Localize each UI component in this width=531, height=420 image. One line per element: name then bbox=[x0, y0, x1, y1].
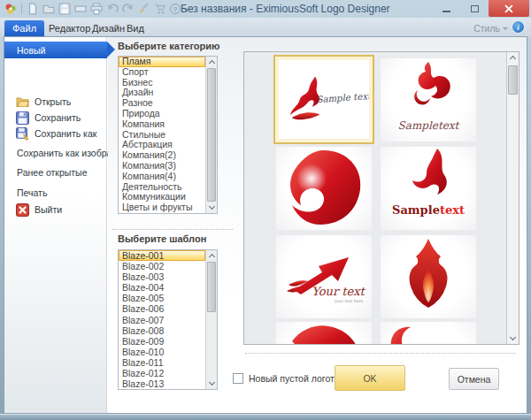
template-item[interactable]: Blaze-009 bbox=[119, 336, 205, 347]
preview-cell-selected[interactable]: Sample text bbox=[273, 55, 374, 144]
maximize-button[interactable] bbox=[460, 0, 489, 17]
preview-text: Sampletext bbox=[398, 119, 460, 132]
template-label: Выберите шаблон bbox=[118, 233, 206, 244]
template-list: Blaze-001Blaze-002Blaze-003Blaze-004Blaz… bbox=[118, 249, 218, 390]
preview-cell[interactable] bbox=[381, 235, 476, 318]
template-item[interactable]: Blaze-004 bbox=[119, 282, 205, 293]
title-bar: Без названия - EximiousSoft Logo Designe… bbox=[0, 0, 531, 18]
template-item[interactable]: Blaze-007 bbox=[119, 315, 205, 325]
preview-cell[interactable] bbox=[276, 147, 372, 230]
menu-item-new[interactable]: Новый bbox=[4, 42, 107, 58]
scroll-down-icon[interactable] bbox=[208, 203, 214, 210]
category-item[interactable]: Пламя bbox=[119, 57, 205, 67]
template-scrollbar[interactable] bbox=[205, 250, 217, 389]
undo-icon[interactable] bbox=[106, 3, 119, 15]
template-item[interactable]: Blaze-001 bbox=[119, 250, 205, 261]
category-item[interactable]: Дизайн bbox=[119, 88, 205, 98]
category-item[interactable]: Компания(2) bbox=[119, 150, 205, 161]
menu-item-open[interactable]: Открыть bbox=[4, 94, 107, 110]
open-folder-icon[interactable] bbox=[42, 3, 55, 15]
template-item[interactable]: Blaze-011 bbox=[119, 357, 205, 368]
category-item[interactable]: Компания(4) bbox=[119, 172, 205, 182]
toolbar-separator bbox=[21, 4, 22, 14]
style-button[interactable]: Стиль bbox=[473, 23, 508, 34]
menu-item-save[interactable]: Сохранить bbox=[4, 110, 107, 126]
category-item[interactable]: Абстракция bbox=[119, 140, 205, 150]
chevron-down-icon bbox=[503, 27, 508, 30]
category-item[interactable]: Цветы и фрукты bbox=[119, 202, 205, 213]
template-item[interactable]: Blaze-008 bbox=[119, 325, 205, 336]
preview-cell[interactable] bbox=[381, 322, 476, 345]
scrollbar-thumb[interactable] bbox=[508, 65, 518, 95]
preview-text: Sample text bbox=[316, 91, 369, 105]
maximize-icon bbox=[471, 5, 479, 12]
blank-logo-checkbox[interactable] bbox=[233, 373, 243, 384]
preview-cell[interactable]: Sampletext bbox=[381, 147, 476, 230]
scroll-down-icon[interactable] bbox=[510, 334, 516, 340]
category-item[interactable]: Коммуникации bbox=[119, 192, 205, 202]
scroll-up-icon[interactable] bbox=[510, 56, 516, 62]
export-icon[interactable] bbox=[74, 3, 87, 15]
category-item[interactable]: Природа bbox=[119, 109, 205, 119]
template-preview-panel: Sample text Sampletext bbox=[243, 51, 519, 345]
new-document-icon[interactable] bbox=[27, 3, 39, 15]
category-item[interactable]: Компания bbox=[119, 119, 205, 130]
template-item[interactable]: Blaze-013 bbox=[119, 378, 205, 389]
tab-file[interactable]: Файл bbox=[4, 20, 44, 37]
category-item[interactable]: Разное bbox=[119, 98, 205, 109]
minimize-icon bbox=[442, 11, 450, 12]
scroll-up-icon[interactable] bbox=[208, 60, 214, 66]
template-item[interactable]: Blaze-010 bbox=[119, 347, 205, 357]
preview-scrollbar[interactable] bbox=[506, 52, 519, 344]
exit-icon bbox=[16, 203, 29, 217]
template-item[interactable]: Blaze-002 bbox=[119, 261, 205, 271]
window-controls bbox=[432, 0, 529, 17]
minimize-button[interactable] bbox=[432, 0, 460, 17]
menu-item-recent[interactable]: Ранее открытые bbox=[4, 164, 107, 180]
template-item[interactable]: Blaze-006 bbox=[119, 303, 205, 314]
app-logo-icon bbox=[4, 3, 17, 15]
preview-cell[interactable]: Sampletext bbox=[381, 58, 476, 141]
preview-cell[interactable] bbox=[276, 322, 372, 345]
menu-item-exit[interactable]: Выйти bbox=[4, 202, 107, 218]
category-item[interactable]: Бизнес bbox=[119, 78, 205, 88]
menu-item-save-as[interactable]: Сохранить как bbox=[4, 126, 107, 141]
template-item[interactable]: Blaze-012 bbox=[119, 368, 205, 378]
brush-icon[interactable] bbox=[138, 3, 150, 15]
new-logo-dialog: Выберите категорию ПламяСпортБизнесДизай… bbox=[108, 37, 527, 413]
scrollbar-thumb[interactable] bbox=[207, 68, 216, 202]
category-item[interactable]: Компания(3) bbox=[119, 161, 205, 172]
scroll-up-icon[interactable] bbox=[208, 254, 214, 260]
category-item[interactable]: Стильные bbox=[119, 130, 205, 141]
file-menu: Новый Открыть Сохранить Сохранить как Со… bbox=[4, 37, 107, 413]
cancel-button[interactable]: Отмена bbox=[449, 368, 499, 390]
preview-text: Your text bbox=[312, 285, 366, 298]
window-title: Без названия - EximiousSoft Logo Designe… bbox=[181, 3, 390, 15]
print-icon[interactable] bbox=[90, 3, 103, 15]
blank-logo-label: Новый пустой логотип bbox=[249, 373, 344, 384]
category-item[interactable]: Деятельность bbox=[119, 182, 205, 193]
scroll-down-icon[interactable] bbox=[208, 379, 214, 386]
help-icon[interactable] bbox=[170, 4, 181, 14]
ok-button[interactable]: OK bbox=[335, 365, 405, 391]
info-icon[interactable] bbox=[512, 21, 524, 33]
save-icon[interactable] bbox=[58, 3, 71, 15]
template-item[interactable]: Blaze-005 bbox=[119, 293, 205, 303]
ribbon-tab-row: Файл Редактор Дизайн Вид Стиль bbox=[0, 18, 531, 37]
tab-view[interactable]: Вид bbox=[119, 20, 152, 37]
preview-cell[interactable]: Your text your text here bbox=[276, 235, 372, 318]
redo-icon[interactable] bbox=[122, 3, 135, 15]
separator bbox=[245, 353, 516, 354]
separator bbox=[112, 229, 233, 230]
flame-logo bbox=[290, 77, 319, 120]
menu-item-save-as-image[interactable]: Сохранить как изображение bbox=[4, 145, 107, 161]
cart-icon[interactable] bbox=[154, 3, 166, 15]
category-label: Выберите категорию bbox=[118, 41, 219, 51]
close-button[interactable] bbox=[489, 0, 529, 17]
category-scrollbar[interactable] bbox=[205, 57, 217, 213]
preview-text: Sampletext bbox=[392, 203, 465, 217]
template-item[interactable]: Blaze-003 bbox=[119, 271, 205, 282]
category-item[interactable]: Спорт bbox=[119, 67, 205, 78]
menu-item-print[interactable]: Печать bbox=[4, 185, 107, 201]
scrollbar-thumb[interactable] bbox=[207, 262, 216, 312]
